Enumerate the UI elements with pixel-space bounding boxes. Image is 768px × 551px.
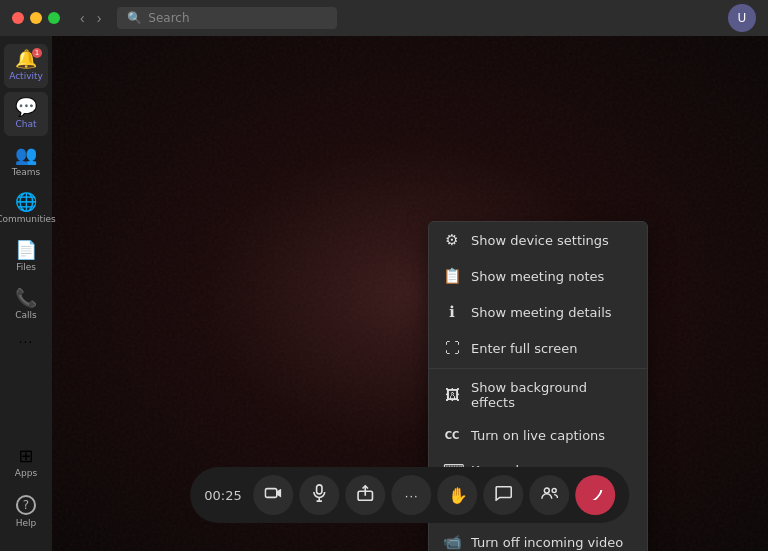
sidebar-item-apps-label: Apps: [15, 468, 37, 479]
mic-icon: [313, 484, 327, 506]
sidebar-item-more[interactable]: ···: [4, 331, 48, 355]
share-icon: [357, 484, 375, 506]
background-effects-icon: 🖼: [443, 386, 461, 404]
main-layout: 🔔 1 Activity 💬 Chat 👥 Teams 🌐 Communitie…: [0, 36, 768, 551]
traffic-lights: [12, 12, 60, 24]
sidebar-item-help-label: Help: [16, 518, 37, 529]
svg-point-8: [553, 489, 557, 493]
meeting-notes-icon: 📋: [443, 267, 461, 285]
apps-icon: ⊞: [18, 447, 33, 465]
svg-rect-2: [317, 485, 322, 494]
back-button[interactable]: ‹: [76, 8, 89, 28]
call-timer: 00:25: [204, 488, 241, 503]
participants-button[interactable]: [530, 475, 570, 515]
menu-item-full-screen-label: Enter full screen: [471, 341, 577, 356]
react-button[interactable]: ✋: [438, 475, 478, 515]
maximize-button[interactable]: [48, 12, 60, 24]
close-button[interactable]: [12, 12, 24, 24]
minimize-button[interactable]: [30, 12, 42, 24]
forward-button[interactable]: ›: [93, 8, 106, 28]
search-input[interactable]: Search: [148, 11, 189, 25]
sidebar-item-activity[interactable]: 🔔 1 Activity: [4, 44, 48, 88]
calls-icon: 📞: [15, 289, 37, 307]
sidebar-item-activity-label: Activity: [9, 71, 43, 82]
sidebar-item-files-label: Files: [16, 262, 36, 273]
activity-badge: 1: [32, 48, 42, 58]
menu-item-meeting-notes[interactable]: 📋 Show meeting notes: [429, 258, 647, 294]
chat-button[interactable]: [484, 475, 524, 515]
menu-item-full-screen[interactable]: ⛶ Enter full screen: [429, 330, 647, 366]
sidebar-item-files[interactable]: 📄 Files: [4, 235, 48, 279]
sidebar-item-calls-label: Calls: [15, 310, 37, 321]
sidebar-item-apps[interactable]: ⊞ Apps: [4, 441, 48, 485]
teams-icon: 👥: [15, 146, 37, 164]
participants-icon: [541, 485, 559, 505]
react-icon: ✋: [448, 486, 468, 505]
menu-item-background-effects[interactable]: 🖼 Show background effects: [429, 371, 647, 419]
chat-icon: 💬: [15, 98, 37, 116]
nav-arrows: ‹ ›: [76, 8, 105, 28]
menu-item-live-captions-label: Turn on live captions: [471, 428, 605, 443]
live-captions-icon: CC: [443, 430, 461, 441]
end-call-icon: [586, 486, 606, 504]
search-bar[interactable]: 🔍 Search: [117, 7, 337, 29]
sidebar-bottom: ⊞ Apps ? Help: [4, 441, 48, 543]
menu-separator-1: [429, 368, 647, 369]
menu-item-background-effects-label: Show background effects: [471, 380, 633, 410]
camera-icon: [265, 486, 283, 504]
sidebar-item-calls[interactable]: 📞 Calls: [4, 283, 48, 327]
menu-item-meeting-details-label: Show meeting details: [471, 305, 612, 320]
sidebar-item-teams-label: Teams: [12, 167, 40, 178]
menu-item-live-captions[interactable]: CC Turn on live captions: [429, 419, 647, 452]
chat-bubble-icon: [495, 485, 513, 505]
meeting-details-icon: ℹ: [443, 303, 461, 321]
svg-rect-0: [266, 489, 277, 498]
sidebar-item-communities-label: Communities: [0, 214, 56, 225]
menu-item-incoming-video[interactable]: 📹 Turn off incoming video: [429, 524, 647, 551]
sidebar-item-help[interactable]: ? Help: [4, 489, 48, 535]
incoming-video-icon: 📹: [443, 533, 461, 551]
device-settings-icon: ⚙: [443, 231, 461, 249]
more-options-icon: ···: [405, 488, 419, 503]
menu-item-meeting-notes-label: Show meeting notes: [471, 269, 604, 284]
communities-icon: 🌐: [15, 193, 37, 211]
menu-item-device-settings-label: Show device settings: [471, 233, 609, 248]
search-icon: 🔍: [127, 11, 142, 25]
sidebar-item-communities[interactable]: 🌐 Communities: [4, 187, 48, 231]
sidebar-item-teams[interactable]: 👥 Teams: [4, 140, 48, 184]
mic-button[interactable]: [300, 475, 340, 515]
more-options-button[interactable]: ···: [392, 475, 432, 515]
menu-item-device-settings[interactable]: ⚙ Show device settings: [429, 222, 647, 258]
title-bar: ‹ › 🔍 Search U: [0, 0, 768, 36]
end-call-button[interactable]: [576, 475, 616, 515]
svg-point-7: [545, 488, 550, 493]
sidebar-item-chat[interactable]: 💬 Chat: [4, 92, 48, 136]
camera-button[interactable]: [254, 475, 294, 515]
full-screen-icon: ⛶: [443, 339, 461, 357]
sidebar: 🔔 1 Activity 💬 Chat 👥 Teams 🌐 Communitie…: [0, 36, 52, 551]
call-area: ⚙ Show device settings 📋 Show meeting no…: [52, 36, 768, 551]
more-icon: ···: [19, 337, 33, 349]
share-button[interactable]: [346, 475, 386, 515]
files-icon: 📄: [15, 241, 37, 259]
call-controls: 00:25: [190, 467, 629, 523]
sidebar-item-chat-label: Chat: [15, 119, 36, 130]
menu-item-incoming-video-label: Turn off incoming video: [471, 535, 623, 550]
avatar[interactable]: U: [728, 4, 756, 32]
help-icon: ?: [16, 495, 36, 515]
menu-item-meeting-details[interactable]: ℹ Show meeting details: [429, 294, 647, 330]
